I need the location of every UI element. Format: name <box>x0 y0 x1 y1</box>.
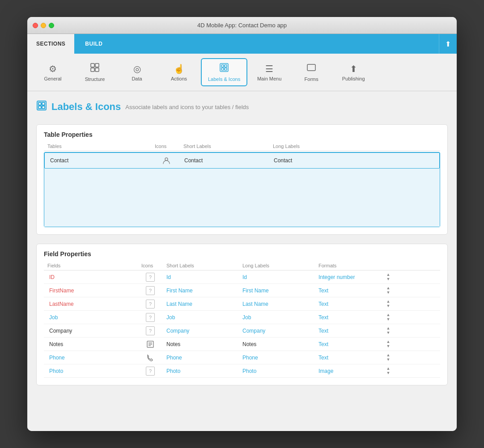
field-icon-cell: ? <box>138 299 163 309</box>
field-stepper[interactable]: ▲▼ <box>382 325 395 336</box>
col-field-icons: Icons <box>141 263 166 268</box>
field-properties-title: Field Properties <box>37 244 447 262</box>
svg-rect-1 <box>95 63 99 67</box>
field-short-label-cell: Photo <box>163 366 239 376</box>
tab-data[interactable]: ◎ Data <box>117 59 157 85</box>
field-name-cell: LastName <box>44 299 138 309</box>
field-stepper[interactable]: ▲▼ <box>382 285 395 296</box>
field-short-label-cell: Company <box>163 326 239 336</box>
table-properties-section: Table Properties Tables Icons Short Labe… <box>36 124 448 235</box>
field-short-label-cell: Job <box>163 313 239 322</box>
field-name-cell: FirstName <box>44 286 138 296</box>
field-name-cell: ID <box>44 272 138 282</box>
field-stepper[interactable]: ▲▼ <box>382 339 395 350</box>
field-format-cell: Text <box>315 286 382 296</box>
app-window: 4D Mobile App: Contact Demo app SECTIONS… <box>27 17 457 431</box>
tab-publishing[interactable]: ⬆ Publishing <box>333 59 374 85</box>
labels-icons-icon <box>219 63 229 75</box>
field-row[interactable]: ID ? Id Id Integer number ▲▼ <box>44 270 440 284</box>
field-icon-cell <box>138 353 163 363</box>
table-name-cell: Contact <box>45 155 152 166</box>
question-icon: ? <box>146 300 155 309</box>
tab-actions-label: Actions <box>171 76 187 81</box>
tab-labels-icons[interactable]: Labels & Icons <box>201 58 247 86</box>
field-stepper[interactable]: ▲▼ <box>382 272 395 283</box>
gear-icon: ⚙ <box>49 63 57 74</box>
tab-forms[interactable]: Forms <box>291 59 331 86</box>
field-row[interactable]: Job ? Job Job Text ▲▼ <box>44 311 440 324</box>
field-properties-container: Fields Icons Short Labels Long Labels Fo… <box>37 262 447 385</box>
field-row[interactable]: FirstName ? First Name First Name Text ▲… <box>44 284 440 297</box>
field-name-cell: Company <box>44 326 138 336</box>
window-title: 4D Mobile App: Contact Demo app <box>197 22 287 29</box>
field-long-label-cell: Notes <box>239 339 315 349</box>
field-properties-section: Field Properties Fields Icons Short Labe… <box>36 244 448 385</box>
field-stepper[interactable]: ▲▼ <box>382 312 395 323</box>
minimize-button[interactable] <box>41 23 46 28</box>
svg-rect-11 <box>38 102 41 105</box>
field-short-label-cell: Notes <box>163 339 239 349</box>
upload-button[interactable]: ⬆ <box>439 34 457 54</box>
question-icon: ? <box>146 326 155 335</box>
svg-rect-8 <box>225 68 227 70</box>
nav-bar: SECTIONS BUILD ⬆ <box>27 34 457 54</box>
tab-general[interactable]: ⚙ General <box>33 59 73 85</box>
field-format-cell: Text <box>315 299 382 309</box>
field-icon-cell <box>138 339 163 349</box>
field-row[interactable]: Notes Notes Notes Text ▲▼ <box>44 338 440 351</box>
field-stepper[interactable]: ▲▼ <box>382 299 395 309</box>
field-props-headers: Fields Icons Short Labels Long Labels Fo… <box>44 262 440 270</box>
table-short-label-cell: Contact <box>181 155 270 166</box>
tab-actions[interactable]: ☝ Actions <box>159 59 199 85</box>
svg-rect-3 <box>95 68 99 72</box>
maximize-button[interactable] <box>49 23 54 28</box>
field-stepper[interactable]: ▲▼ <box>382 366 395 376</box>
field-stepper[interactable]: ▲▼ <box>382 352 395 363</box>
nav-sections-tab[interactable]: SECTIONS <box>27 34 74 54</box>
svg-rect-6 <box>225 65 227 67</box>
field-row[interactable]: Photo ? Photo Photo Image ▲▼ <box>44 364 440 378</box>
tab-structure-label: Structure <box>85 76 105 82</box>
question-icon: ? <box>146 313 155 322</box>
publishing-icon: ⬆ <box>350 63 357 74</box>
table-props-table: Contact Contact Contact <box>44 152 440 227</box>
table-row[interactable]: Contact Contact Contact <box>44 152 440 169</box>
field-row[interactable]: Phone Phone Phone Text ▲▼ <box>44 351 440 364</box>
col-extra <box>386 263 398 268</box>
field-icon-cell: ? <box>138 366 163 376</box>
table-empty-area <box>44 169 440 227</box>
tab-data-label: Data <box>132 76 142 81</box>
notes-icon <box>146 340 154 348</box>
question-icon: ? <box>146 273 155 282</box>
field-format-cell: Integer number <box>315 272 382 282</box>
col-field-short: Short Labels <box>166 263 242 268</box>
page-header: Labels & Icons Associate labels and icon… <box>36 98 448 115</box>
question-icon: ? <box>146 367 155 376</box>
page-header-icon <box>36 100 47 114</box>
svg-rect-0 <box>91 63 94 67</box>
svg-rect-14 <box>42 106 45 109</box>
col-tables: Tables <box>47 144 155 149</box>
col-fields: Fields <box>47 263 141 268</box>
field-rows-container: ID ? Id Id Integer number ▲▼ FirstName ?… <box>44 270 440 378</box>
structure-icon <box>90 63 100 75</box>
nav-build-tab[interactable]: BUILD <box>74 34 113 54</box>
col-field-long: Long Labels <box>242 263 318 268</box>
field-row[interactable]: Company ? Company Company Text ▲▼ <box>44 324 440 338</box>
field-format-cell: Text <box>315 326 382 336</box>
field-icon-cell: ? <box>138 285 163 296</box>
field-row[interactable]: LastName ? Last Name Last Name Text ▲▼ <box>44 297 440 311</box>
tab-structure[interactable]: Structure <box>75 59 115 86</box>
nav-spacer <box>114 34 439 54</box>
field-format-cell: Text <box>315 339 382 349</box>
question-icon: ? <box>146 286 155 295</box>
field-short-label-cell: Id <box>163 272 239 282</box>
field-format-cell: Text <box>315 353 382 363</box>
page-subtitle: Associate labels and icons to your table… <box>125 104 249 110</box>
tab-main-menu[interactable]: ☰ Main Menu <box>249 59 289 85</box>
field-long-label-cell: Last Name <box>239 299 315 309</box>
col-formats: Formats <box>318 263 386 268</box>
tab-main-menu-label: Main Menu <box>257 76 281 81</box>
table-long-label-cell: Contact <box>270 155 360 166</box>
close-button[interactable] <box>33 23 38 28</box>
